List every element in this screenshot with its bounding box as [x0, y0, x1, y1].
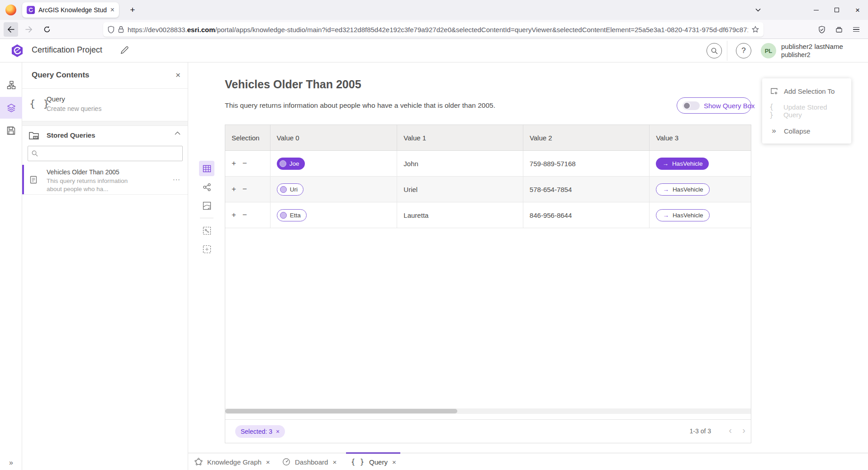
url-text[interactable]: https://dev0028833.esri.com/portal/apps/… [128, 26, 748, 34]
browser-navbar: https://dev0028833.esri.com/portal/apps/… [0, 20, 868, 39]
tab-close-icon[interactable]: × [332, 458, 337, 466]
entity-pill[interactable]: Uri [277, 183, 304, 196]
remove-from-selection-button[interactable]: − [242, 211, 247, 220]
relationship-pill[interactable]: →HasVehicle [656, 183, 710, 196]
column-header-value1[interactable]: Value 1 [397, 125, 523, 150]
menu-item-collapse[interactable]: » Collapse [762, 121, 851, 141]
show-query-box-toggle[interactable]: Show Query Box [677, 97, 751, 114]
menu-item-add-selection-to[interactable]: Add Selection To [762, 81, 851, 101]
menu-icon[interactable] [849, 22, 863, 37]
section-gap [22, 121, 188, 126]
remove-from-selection-button[interactable]: − [242, 185, 247, 194]
tab-query[interactable]: { } Query × [351, 453, 396, 470]
braces-icon: { } [351, 458, 365, 466]
select-region-icon[interactable] [199, 241, 214, 257]
account-shield-icon[interactable] [815, 22, 829, 37]
list-all-tabs-icon[interactable] [748, 0, 768, 20]
panel-title: Query Contents [32, 71, 90, 80]
panel-collapse-chevrons[interactable]: » [0, 456, 22, 469]
item-options-icon[interactable]: ··· [173, 176, 180, 183]
scrollbar-thumb[interactable] [225, 409, 457, 413]
help-button[interactable]: ? [736, 43, 751, 58]
cell-value2[interactable]: 759-889-57168 [523, 151, 650, 176]
relationship-pill[interactable]: →HasVehicle [656, 209, 710, 221]
table-view-icon[interactable] [199, 161, 214, 176]
cell-value2[interactable]: 578-654-7854 [523, 177, 650, 202]
relationship-pill[interactable]: →HasVehicle [656, 158, 709, 170]
menu-item-update-stored-query[interactable]: { } Update Stored Query [762, 101, 851, 121]
stored-queries-header[interactable]: Stored Queries [22, 126, 188, 146]
add-selection-icon [769, 87, 778, 95]
tracking-shield-icon[interactable] [108, 26, 114, 34]
add-to-selection-button[interactable]: + [232, 159, 236, 168]
entity-pill[interactable]: Etta [277, 209, 307, 221]
header-divider [727, 41, 727, 61]
toggle-switch[interactable] [683, 101, 700, 110]
tab-knowledge-graph[interactable]: Knowledge Graph × [194, 453, 270, 470]
remove-from-selection-button[interactable]: − [242, 159, 247, 168]
horizontal-scrollbar[interactable] [225, 408, 751, 414]
window-controls: × [806, 0, 868, 20]
stored-queries-search[interactable] [28, 146, 183, 161]
link-chart-view-icon[interactable] [199, 179, 214, 195]
previous-page-icon[interactable]: ‹ [729, 425, 732, 436]
firefox-icon[interactable] [5, 5, 16, 15]
new-query-item[interactable]: { } Query Create new queries [22, 89, 188, 121]
new-tab-button[interactable]: + [126, 4, 139, 16]
search-input[interactable] [42, 150, 179, 157]
column-header-value0[interactable]: Value 0 [270, 125, 398, 150]
project-structure-icon[interactable] [0, 74, 22, 96]
arrow-right-icon: → [663, 212, 669, 219]
column-header-value3[interactable]: Value 3 [650, 125, 751, 150]
add-to-selection-button[interactable]: + [232, 185, 236, 194]
window-close-button[interactable]: × [847, 0, 868, 20]
user-info[interactable]: publisher2 lastName publisher2 [781, 43, 843, 59]
tab-close-icon[interactable]: × [266, 458, 270, 466]
map-view-icon[interactable] [199, 198, 214, 213]
entity-pill[interactable]: Joe [277, 158, 305, 170]
graph-image-icon[interactable] [199, 223, 214, 238]
column-header-selection[interactable]: Selection [225, 125, 270, 150]
cell-value1[interactable]: John [397, 151, 523, 176]
tab-close-icon[interactable]: × [392, 458, 396, 466]
bookmark-star-icon[interactable] [752, 26, 759, 33]
browser-titlebar: ArcGIS Knowledge Studio × + × [0, 0, 868, 20]
lock-icon[interactable] [118, 26, 124, 33]
selected-indicator-bar [22, 165, 24, 194]
bottom-tab-strip: Knowledge Graph × Dashboard × { } Query … [188, 453, 868, 470]
app-header: Certification Project ? PL publisher2 la… [0, 39, 868, 62]
clear-selection-icon[interactable]: × [276, 428, 280, 435]
cell-value1[interactable]: Uriel [397, 177, 523, 202]
table-row: +− Uri Uriel 578-654-7854 →HasVehicle [225, 177, 751, 202]
chevron-up-icon[interactable] [175, 131, 180, 135]
cell-value1[interactable]: Lauretta [397, 202, 523, 228]
selection-context-menu: Add Selection To { } Update Stored Query… [762, 78, 851, 144]
next-page-icon[interactable]: › [742, 425, 745, 436]
entity-dot-icon [280, 186, 287, 193]
tab-dashboard[interactable]: Dashboard × [282, 453, 337, 470]
forward-button[interactable] [22, 22, 36, 37]
cell-value2[interactable]: 846-956-8644 [523, 202, 650, 228]
tab-close-icon[interactable]: × [110, 6, 114, 14]
stored-queries-title: Stored Queries [47, 131, 95, 139]
knowledge-studio-logo [10, 43, 24, 58]
column-header-value2[interactable]: Value 2 [523, 125, 650, 150]
layers-rail-icon[interactable] [0, 97, 22, 119]
stored-query-item[interactable]: Vehicles Older Than 2005 This query retu… [22, 165, 188, 195]
panel-close-icon[interactable]: × [175, 70, 180, 80]
browser-tab[interactable]: ArcGIS Knowledge Studio × [22, 2, 119, 18]
url-bar[interactable]: https://dev0028833.esri.com/portal/apps/… [103, 22, 764, 37]
user-avatar[interactable]: PL [761, 43, 776, 58]
arrow-right-icon: → [663, 186, 669, 193]
add-to-selection-button[interactable]: + [232, 211, 236, 220]
extensions-icon[interactable] [832, 22, 846, 37]
window-minimize-button[interactable] [806, 0, 826, 20]
user-name: publisher2 lastName [781, 43, 843, 51]
save-rail-icon[interactable] [0, 120, 22, 141]
reload-button[interactable] [40, 22, 54, 37]
header-search-button[interactable] [707, 43, 722, 58]
window-restore-button[interactable] [826, 0, 847, 20]
selected-count-chip[interactable]: Selected: 3 × [235, 425, 285, 438]
edit-title-icon[interactable] [120, 46, 129, 54]
back-button[interactable] [4, 22, 18, 37]
